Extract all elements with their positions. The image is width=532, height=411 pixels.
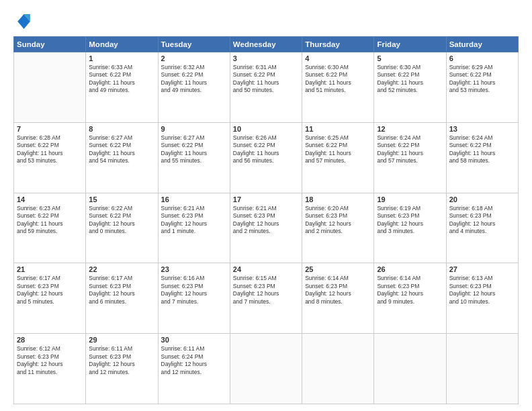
day-number: 18	[305, 195, 371, 203]
day-number: 7	[17, 125, 83, 133]
calendar-cell: 4Sunrise: 6:30 AMSunset: 6:22 PMDaylight…	[302, 52, 374, 123]
day-info: Sunrise: 6:20 AMSunset: 6:23 PMDaylight:…	[305, 205, 371, 236]
weekday-header-friday: Friday	[374, 37, 446, 52]
calendar-cell: 7Sunrise: 6:28 AMSunset: 6:22 PMDaylight…	[14, 122, 86, 193]
calendar-cell: 11Sunrise: 6:25 AMSunset: 6:22 PMDayligh…	[302, 122, 374, 193]
day-number: 11	[305, 125, 371, 133]
day-number: 26	[377, 265, 443, 273]
day-info: Sunrise: 6:14 AMSunset: 6:23 PMDaylight:…	[305, 275, 371, 306]
weekday-header-sunday: Sunday	[14, 37, 86, 52]
weekday-header-thursday: Thursday	[302, 37, 374, 52]
calendar-cell: 17Sunrise: 6:21 AMSunset: 6:23 PMDayligh…	[230, 193, 302, 263]
day-info: Sunrise: 6:16 AMSunset: 6:23 PMDaylight:…	[161, 275, 227, 306]
week-row-5: 28Sunrise: 6:12 AMSunset: 6:23 PMDayligh…	[14, 334, 519, 404]
day-info: Sunrise: 6:28 AMSunset: 6:22 PMDaylight:…	[17, 134, 83, 165]
day-number: 29	[89, 336, 154, 344]
day-number: 9	[161, 125, 227, 133]
day-number: 19	[377, 195, 443, 203]
day-number: 6	[449, 54, 515, 62]
day-info: Sunrise: 6:19 AMSunset: 6:23 PMDaylight:…	[377, 205, 443, 236]
calendar-cell: 3Sunrise: 6:31 AMSunset: 6:22 PMDaylight…	[230, 52, 302, 123]
calendar-cell: 13Sunrise: 6:24 AMSunset: 6:22 PMDayligh…	[446, 122, 518, 193]
day-number: 1	[89, 54, 154, 62]
day-number: 3	[233, 54, 299, 62]
day-number: 21	[17, 265, 83, 273]
calendar-cell: 14Sunrise: 6:23 AMSunset: 6:22 PMDayligh…	[14, 193, 86, 263]
weekday-header-row: SundayMondayTuesdayWednesdayThursdayFrid…	[14, 37, 519, 52]
day-number: 28	[17, 336, 83, 344]
logo-icon	[13, 12, 32, 31]
day-info: Sunrise: 6:27 AMSunset: 6:22 PMDaylight:…	[89, 134, 154, 165]
day-info: Sunrise: 6:17 AMSunset: 6:23 PMDaylight:…	[89, 275, 154, 306]
weekday-header-saturday: Saturday	[446, 37, 518, 52]
day-number: 4	[305, 54, 371, 62]
calendar-cell	[230, 334, 302, 404]
day-info: Sunrise: 6:29 AMSunset: 6:22 PMDaylight:…	[449, 64, 515, 95]
calendar-cell: 1Sunrise: 6:33 AMSunset: 6:22 PMDaylight…	[86, 52, 158, 123]
calendar-cell: 18Sunrise: 6:20 AMSunset: 6:23 PMDayligh…	[302, 193, 374, 263]
calendar-cell	[374, 334, 446, 404]
day-info: Sunrise: 6:30 AMSunset: 6:22 PMDaylight:…	[305, 64, 371, 95]
day-number: 14	[17, 195, 83, 203]
day-info: Sunrise: 6:13 AMSunset: 6:23 PMDaylight:…	[449, 275, 515, 306]
calendar-cell: 30Sunrise: 6:11 AMSunset: 6:24 PMDayligh…	[158, 334, 230, 404]
calendar-cell: 25Sunrise: 6:14 AMSunset: 6:23 PMDayligh…	[302, 263, 374, 334]
calendar-cell: 9Sunrise: 6:27 AMSunset: 6:22 PMDaylight…	[158, 122, 230, 193]
calendar-cell: 2Sunrise: 6:32 AMSunset: 6:22 PMDaylight…	[158, 52, 230, 123]
calendar-cell: 20Sunrise: 6:18 AMSunset: 6:23 PMDayligh…	[446, 193, 518, 263]
day-number: 2	[161, 54, 227, 62]
day-info: Sunrise: 6:21 AMSunset: 6:23 PMDaylight:…	[161, 205, 227, 236]
calendar-cell: 8Sunrise: 6:27 AMSunset: 6:22 PMDaylight…	[86, 122, 158, 193]
day-info: Sunrise: 6:14 AMSunset: 6:23 PMDaylight:…	[377, 275, 443, 306]
header	[13, 12, 519, 31]
logo	[13, 12, 35, 31]
day-info: Sunrise: 6:12 AMSunset: 6:23 PMDaylight:…	[17, 345, 83, 376]
calendar-cell: 26Sunrise: 6:14 AMSunset: 6:23 PMDayligh…	[374, 263, 446, 334]
day-number: 23	[161, 265, 227, 273]
day-number: 10	[233, 125, 299, 133]
day-info: Sunrise: 6:27 AMSunset: 6:22 PMDaylight:…	[161, 134, 227, 165]
weekday-header-tuesday: Tuesday	[158, 37, 230, 52]
day-info: Sunrise: 6:24 AMSunset: 6:22 PMDaylight:…	[449, 134, 515, 165]
day-info: Sunrise: 6:31 AMSunset: 6:22 PMDaylight:…	[233, 64, 299, 95]
calendar-cell: 29Sunrise: 6:11 AMSunset: 6:23 PMDayligh…	[86, 334, 158, 404]
day-number: 20	[449, 195, 515, 203]
day-number: 13	[449, 125, 515, 133]
calendar-cell: 27Sunrise: 6:13 AMSunset: 6:23 PMDayligh…	[446, 263, 518, 334]
day-number: 30	[161, 336, 227, 344]
day-number: 27	[449, 265, 515, 273]
calendar-cell: 12Sunrise: 6:24 AMSunset: 6:22 PMDayligh…	[374, 122, 446, 193]
day-info: Sunrise: 6:24 AMSunset: 6:22 PMDaylight:…	[377, 134, 443, 165]
week-row-3: 14Sunrise: 6:23 AMSunset: 6:22 PMDayligh…	[14, 193, 519, 263]
calendar-cell: 5Sunrise: 6:30 AMSunset: 6:22 PMDaylight…	[374, 52, 446, 123]
day-info: Sunrise: 6:11 AMSunset: 6:23 PMDaylight:…	[89, 345, 154, 376]
calendar-cell	[14, 52, 86, 123]
day-info: Sunrise: 6:18 AMSunset: 6:23 PMDaylight:…	[449, 205, 515, 236]
week-row-2: 7Sunrise: 6:28 AMSunset: 6:22 PMDaylight…	[14, 122, 519, 193]
day-number: 22	[89, 265, 154, 273]
calendar-table: SundayMondayTuesdayWednesdayThursdayFrid…	[13, 36, 519, 404]
day-number: 15	[89, 195, 154, 203]
day-info: Sunrise: 6:32 AMSunset: 6:22 PMDaylight:…	[161, 64, 227, 95]
day-info: Sunrise: 6:33 AMSunset: 6:22 PMDaylight:…	[89, 64, 154, 95]
day-info: Sunrise: 6:17 AMSunset: 6:23 PMDaylight:…	[17, 275, 83, 306]
day-number: 16	[161, 195, 227, 203]
calendar-cell: 24Sunrise: 6:15 AMSunset: 6:23 PMDayligh…	[230, 263, 302, 334]
day-number: 25	[305, 265, 371, 273]
calendar-cell: 15Sunrise: 6:22 AMSunset: 6:22 PMDayligh…	[86, 193, 158, 263]
calendar-cell: 22Sunrise: 6:17 AMSunset: 6:23 PMDayligh…	[86, 263, 158, 334]
page: SundayMondayTuesdayWednesdayThursdayFrid…	[0, 0, 532, 411]
day-number: 12	[377, 125, 443, 133]
calendar-cell	[446, 334, 518, 404]
day-number: 8	[89, 125, 154, 133]
calendar-cell: 21Sunrise: 6:17 AMSunset: 6:23 PMDayligh…	[14, 263, 86, 334]
day-info: Sunrise: 6:11 AMSunset: 6:24 PMDaylight:…	[161, 345, 227, 376]
weekday-header-monday: Monday	[86, 37, 158, 52]
calendar-cell: 23Sunrise: 6:16 AMSunset: 6:23 PMDayligh…	[158, 263, 230, 334]
calendar-cell: 28Sunrise: 6:12 AMSunset: 6:23 PMDayligh…	[14, 334, 86, 404]
calendar-cell: 19Sunrise: 6:19 AMSunset: 6:23 PMDayligh…	[374, 193, 446, 263]
day-info: Sunrise: 6:23 AMSunset: 6:22 PMDaylight:…	[17, 205, 83, 236]
day-number: 24	[233, 265, 299, 273]
day-number: 17	[233, 195, 299, 203]
day-info: Sunrise: 6:15 AMSunset: 6:23 PMDaylight:…	[233, 275, 299, 306]
